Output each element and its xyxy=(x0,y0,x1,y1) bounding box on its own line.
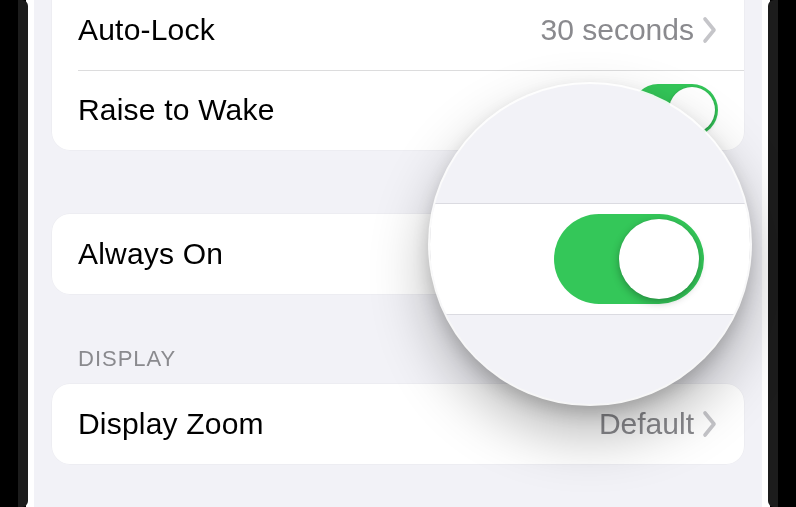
auto-lock-value: 30 seconds xyxy=(541,13,694,47)
row-auto-lock[interactable]: Auto-Lock 30 seconds xyxy=(52,0,744,70)
display-zoom-value: Default xyxy=(599,407,694,441)
chevron-right-icon xyxy=(702,410,718,438)
phone-bezel-right xyxy=(770,0,796,507)
chevron-right-icon xyxy=(702,16,718,44)
auto-lock-label: Auto-Lock xyxy=(78,13,541,47)
magnifier-callout xyxy=(430,84,750,404)
magnified-always-on-toggle[interactable] xyxy=(554,214,704,304)
display-zoom-label: Display Zoom xyxy=(78,407,599,441)
settings-group-display: Display Zoom Default xyxy=(52,384,744,464)
toggle-knob xyxy=(619,219,699,299)
phone-bezel-left xyxy=(0,0,26,507)
row-display-zoom[interactable]: Display Zoom Default xyxy=(52,384,744,464)
magnified-row-always-on xyxy=(430,204,750,314)
